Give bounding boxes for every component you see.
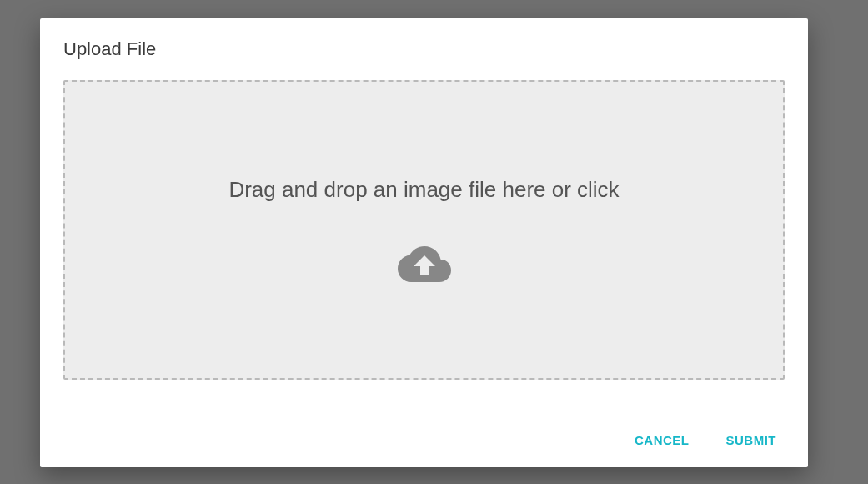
dialog-title: Upload File: [63, 38, 785, 60]
submit-button[interactable]: SUBMIT: [723, 428, 780, 452]
upload-file-dialog: Upload File Drag and drop an image file …: [40, 18, 808, 467]
dropzone-prompt: Drag and drop an image file here or clic…: [228, 177, 619, 203]
dialog-actions: CANCEL SUBMIT: [63, 408, 785, 452]
file-dropzone[interactable]: Drag and drop an image file here or clic…: [63, 80, 785, 380]
cloud-upload-icon: [398, 243, 451, 283]
cancel-button[interactable]: CANCEL: [631, 428, 693, 452]
